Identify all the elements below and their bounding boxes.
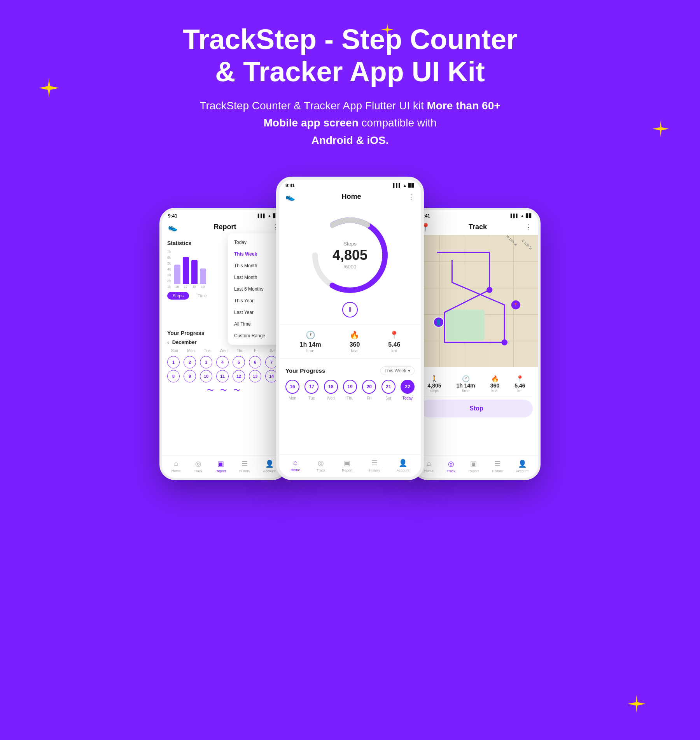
cal-day-6[interactable]: 6	[249, 356, 261, 368]
track-km-unit: km	[514, 389, 525, 393]
stats-row: 🕐 1h 14m time 🔥 360 kcal 📍 5.46 km	[279, 324, 421, 359]
day-21[interactable]: 21	[382, 380, 396, 394]
cal-prev[interactable]: ‹	[167, 339, 169, 345]
screen-title-center: Home	[341, 193, 361, 201]
bar-2	[183, 257, 189, 284]
nav-home-left[interactable]: ⌂ Home	[172, 459, 181, 473]
home-icon-right: ⌂	[427, 459, 431, 468]
nav-history-center[interactable]: ☰ History	[369, 459, 380, 472]
steps-count: 4,805	[332, 248, 368, 262]
cal-day-1[interactable]: 1	[167, 356, 180, 368]
day-20[interactable]: 20	[362, 380, 376, 394]
nav-history-left[interactable]: ☰ History	[239, 459, 250, 473]
track-kcal-value: 360	[490, 382, 499, 389]
kcal-icon: 🔥	[350, 330, 360, 340]
nav-home-center[interactable]: ⌂ Home	[290, 459, 300, 472]
app-header-left: 👟 Report ⋮	[162, 220, 285, 235]
stat-time: 🕐 1h 14m time	[300, 330, 321, 353]
statistics-section: Statistics This Week 1k 2k 3k 4k 5k 6k 7…	[162, 235, 285, 303]
day-22[interactable]: 22	[401, 380, 415, 394]
app-header-center: 👟 Home ⋮	[279, 190, 421, 205]
fire-icon-right: 🔥	[490, 375, 499, 382]
kcal-value: 360	[350, 341, 360, 348]
km-unit: km	[388, 348, 400, 353]
nav-home-right[interactable]: ⌂ Home	[424, 459, 434, 473]
week-selector[interactable]: This Week ▾	[380, 366, 415, 375]
dropdown-lastmonth[interactable]: Last Month	[228, 272, 282, 283]
time-left: 9:41	[168, 213, 177, 219]
dropdown-alltime[interactable]: All Time	[228, 318, 282, 330]
nav-track-right[interactable]: ◎ Track	[446, 459, 455, 473]
nav-account-center[interactable]: 👤 Account	[397, 459, 410, 472]
bar-group-4: 19	[200, 268, 206, 289]
report-icon-right: ▣	[470, 459, 477, 468]
cal-day-4[interactable]: 4	[216, 356, 229, 368]
cal-day-10[interactable]: 10	[200, 370, 212, 382]
cal-days-row1: 1 2 3 4 5 6 7	[167, 356, 280, 368]
dropdown-lastyear[interactable]: Last Year	[228, 307, 282, 318]
cal-day-5[interactable]: 5	[233, 356, 245, 368]
nav-track-left[interactable]: ◎ Track	[194, 459, 202, 473]
track-steps-value: 4,805	[428, 382, 441, 389]
nav-report-right[interactable]: ▣ Report	[468, 459, 479, 473]
steps-circle-container: Steps 4,805 /6000 ⏸	[279, 205, 421, 321]
clock-icon-right: 🕐	[457, 375, 475, 382]
nav-history-right[interactable]: ☰ History	[492, 459, 503, 473]
track-km-value: 5.46	[514, 382, 525, 389]
user-avatar: 👤	[433, 317, 444, 328]
dropdown-thismonth[interactable]: This Month	[228, 260, 282, 272]
track-stat-time: 🕐 1h 14m time	[457, 375, 475, 393]
day-19[interactable]: 19	[343, 380, 357, 394]
track-stats-section: 🚶 4,805 steps 🕐 1h 14m time 🔥 360 kcal 📍…	[415, 367, 538, 425]
stop-button[interactable]: Stop	[420, 400, 533, 417]
history-icon-left: ☰	[242, 459, 248, 468]
bar-4	[200, 268, 206, 284]
nav-account-right[interactable]: 👤 Account	[516, 459, 529, 473]
subtitle-normal2: compatible with	[359, 117, 437, 129]
day-18[interactable]: 18	[324, 380, 338, 394]
svg-point-3	[486, 287, 492, 293]
logo-center: 👟	[285, 192, 295, 202]
nav-report-center[interactable]: ▣ Report	[342, 459, 352, 472]
subtitle-bold3: Android & iOS.	[311, 134, 388, 146]
dropdown-today[interactable]: Today	[228, 237, 282, 248]
history-icon-center: ☰	[371, 459, 378, 467]
nav-report-left[interactable]: ▣ Report	[215, 459, 226, 473]
track-icon-center: ◎	[318, 459, 324, 467]
bar-group-2: 17	[183, 257, 189, 289]
nav-track-center[interactable]: ◎ Track	[317, 459, 325, 472]
cal-day-11[interactable]: 11	[216, 370, 229, 382]
dropdown-thisyear[interactable]: This Year	[228, 295, 282, 307]
time-tab[interactable]: Time	[192, 292, 212, 300]
cal-day-8[interactable]: 8	[167, 370, 180, 382]
status-bar-left: 9:41 ▌▌▌ ▲ ▊▊	[162, 210, 285, 220]
menu-center[interactable]: ⋮	[408, 193, 415, 201]
nav-account-left[interactable]: 👤 Account	[263, 459, 276, 473]
day-17[interactable]: 17	[304, 380, 318, 394]
cal-day-12[interactable]: 12	[233, 370, 245, 382]
dropdown-last6months[interactable]: Last 6 Months	[228, 283, 282, 295]
account-icon-center: 👤	[399, 459, 407, 467]
app-header-right: 📍 Track ⋮	[415, 220, 538, 235]
kcal-unit: kcal	[350, 348, 360, 353]
center-phone: 9:41 ▌▌▌ ▲ ▊▊ 👟 Home ⋮	[276, 177, 424, 480]
left-phone: 9:41 ▌▌▌ ▲ ▊▊ 👟 Report ⋮ Statistics This…	[159, 208, 288, 480]
dropdown-customrange[interactable]: Custom Range	[228, 330, 282, 342]
cal-day-9[interactable]: 9	[184, 370, 196, 382]
dropdown-thisweek[interactable]: This Week	[228, 248, 282, 260]
cal-day-2[interactable]: 2	[184, 356, 196, 368]
bar-3	[191, 260, 198, 284]
bottom-nav-left: ⌂ Home ◎ Track ▣ Report ☰ History 👤 Acco…	[162, 455, 285, 478]
cal-day-13[interactable]: 13	[249, 370, 261, 382]
report-icon-left: ▣	[217, 459, 224, 468]
steps-tab[interactable]: Steps	[167, 292, 189, 300]
day-names: Mon Tue Wed Thu Fri Sat Today	[285, 396, 415, 400]
day-16[interactable]: 16	[285, 380, 299, 394]
steps-label: Steps	[332, 241, 368, 247]
track-stat-steps: 🚶 4,805 steps	[428, 375, 441, 393]
pin-icon-right: 📍	[514, 375, 525, 382]
cal-day-3[interactable]: 3	[200, 356, 212, 368]
menu-right[interactable]: ⋮	[525, 223, 532, 231]
track-icon-left: ◎	[195, 459, 201, 468]
bottom-nav-center: ⌂ Home ◎ Track ▣ Report ☰ History 👤 Acco…	[279, 454, 421, 477]
